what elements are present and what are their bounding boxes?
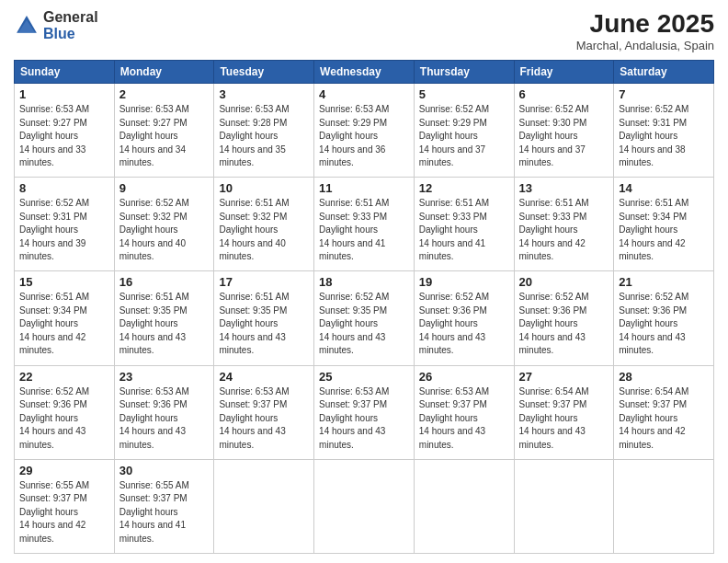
day-number: 1 — [19, 87, 109, 101]
day-cell: 2 Sunrise: 6:53 AM Sunset: 9:27 PM Dayli… — [114, 84, 214, 178]
day-info: Sunrise: 6:51 AM Sunset: 9:33 PM Dayligh… — [519, 197, 609, 264]
weekday-saturday: Saturday — [614, 61, 714, 84]
day-cell — [314, 459, 415, 553]
title-block: June 2025 Marchal, Andalusia, Spain — [576, 9, 714, 52]
day-cell: 29 Sunrise: 6:55 AM Sunset: 9:37 PM Dayl… — [15, 459, 115, 553]
weekday-monday: Monday — [114, 61, 214, 84]
day-number: 3 — [219, 87, 309, 101]
day-number: 28 — [619, 370, 709, 384]
day-info: Sunrise: 6:52 AM Sunset: 9:36 PM Dayligh… — [419, 291, 509, 358]
weekday-tuesday: Tuesday — [214, 61, 314, 84]
day-number: 22 — [19, 370, 109, 384]
day-info: Sunrise: 6:51 AM Sunset: 9:35 PM Dayligh… — [119, 291, 210, 358]
day-cell: 10 Sunrise: 6:51 AM Sunset: 9:32 PM Dayl… — [214, 178, 314, 271]
weekday-thursday: Thursday — [414, 61, 514, 84]
day-cell: 15 Sunrise: 6:51 AM Sunset: 9:34 PM Dayl… — [15, 271, 115, 365]
day-cell: 4 Sunrise: 6:53 AM Sunset: 9:29 PM Dayli… — [314, 84, 415, 178]
day-number: 27 — [519, 370, 609, 384]
day-number: 8 — [19, 181, 109, 195]
day-number: 24 — [219, 370, 309, 384]
day-cell: 18 Sunrise: 6:52 AM Sunset: 9:35 PM Dayl… — [314, 271, 415, 365]
day-info: Sunrise: 6:52 AM Sunset: 9:31 PM Dayligh… — [19, 197, 109, 264]
day-cell: 9 Sunrise: 6:52 AM Sunset: 9:32 PM Dayli… — [114, 178, 214, 271]
day-info: Sunrise: 6:53 AM Sunset: 9:37 PM Dayligh… — [419, 385, 509, 453]
day-number: 10 — [219, 181, 309, 195]
day-info: Sunrise: 6:53 AM Sunset: 9:27 PM Dayligh… — [19, 103, 109, 170]
day-cell: 13 Sunrise: 6:51 AM Sunset: 9:33 PM Dayl… — [514, 178, 614, 271]
day-info: Sunrise: 6:52 AM Sunset: 9:32 PM Dayligh… — [119, 197, 210, 264]
day-number: 14 — [619, 181, 709, 195]
header: General Blue June 2025 Marchal, Andalusi… — [14, 9, 714, 52]
day-info: Sunrise: 6:53 AM Sunset: 9:27 PM Dayligh… — [119, 103, 210, 170]
day-info: Sunrise: 6:54 AM Sunset: 9:37 PM Dayligh… — [619, 385, 709, 453]
day-number: 11 — [319, 181, 409, 195]
day-number: 12 — [419, 181, 509, 195]
day-cell — [614, 459, 714, 553]
day-number: 25 — [319, 370, 409, 384]
day-number: 15 — [19, 275, 109, 289]
day-info: Sunrise: 6:51 AM Sunset: 9:34 PM Dayligh… — [19, 291, 109, 358]
day-cell: 3 Sunrise: 6:53 AM Sunset: 9:28 PM Dayli… — [214, 84, 314, 178]
day-cell: 6 Sunrise: 6:52 AM Sunset: 9:30 PM Dayli… — [514, 84, 614, 178]
day-info: Sunrise: 6:53 AM Sunset: 9:28 PM Dayligh… — [219, 103, 309, 170]
day-cell: 20 Sunrise: 6:52 AM Sunset: 9:36 PM Dayl… — [514, 271, 614, 365]
weekday-wednesday: Wednesday — [314, 61, 415, 84]
day-cell: 14 Sunrise: 6:51 AM Sunset: 9:34 PM Dayl… — [614, 178, 714, 271]
day-number: 19 — [419, 275, 509, 289]
day-cell: 19 Sunrise: 6:52 AM Sunset: 9:36 PM Dayl… — [414, 271, 514, 365]
day-info: Sunrise: 6:54 AM Sunset: 9:37 PM Dayligh… — [519, 385, 609, 453]
week-row-3: 15 Sunrise: 6:51 AM Sunset: 9:34 PM Dayl… — [15, 271, 714, 365]
day-cell: 7 Sunrise: 6:52 AM Sunset: 9:31 PM Dayli… — [614, 84, 714, 178]
day-cell: 27 Sunrise: 6:54 AM Sunset: 9:37 PM Dayl… — [514, 365, 614, 459]
week-row-4: 22 Sunrise: 6:52 AM Sunset: 9:36 PM Dayl… — [15, 365, 714, 459]
weekday-sunday: Sunday — [15, 61, 115, 84]
day-info: Sunrise: 6:53 AM Sunset: 9:29 PM Dayligh… — [319, 103, 409, 170]
day-cell — [214, 459, 314, 553]
day-cell: 30 Sunrise: 6:55 AM Sunset: 9:37 PM Dayl… — [114, 459, 214, 553]
day-cell: 21 Sunrise: 6:52 AM Sunset: 9:36 PM Dayl… — [614, 271, 714, 365]
day-info: Sunrise: 6:52 AM Sunset: 9:35 PM Dayligh… — [319, 291, 409, 358]
day-cell: 22 Sunrise: 6:52 AM Sunset: 9:36 PM Dayl… — [15, 365, 115, 459]
day-number: 7 — [619, 87, 709, 101]
day-number: 5 — [419, 87, 509, 101]
day-number: 29 — [19, 464, 109, 477]
day-cell: 28 Sunrise: 6:54 AM Sunset: 9:37 PM Dayl… — [614, 365, 714, 459]
day-info: Sunrise: 6:51 AM Sunset: 9:33 PM Dayligh… — [419, 197, 509, 264]
day-cell: 1 Sunrise: 6:53 AM Sunset: 9:27 PM Dayli… — [15, 84, 115, 178]
location: Marchal, Andalusia, Spain — [576, 39, 714, 52]
day-number: 16 — [119, 275, 210, 289]
day-number: 26 — [419, 370, 509, 384]
day-info: Sunrise: 6:52 AM Sunset: 9:29 PM Dayligh… — [419, 103, 509, 170]
logo-text: General Blue — [43, 9, 98, 41]
day-info: Sunrise: 6:55 AM Sunset: 9:37 PM Dayligh… — [19, 479, 109, 546]
day-info: Sunrise: 6:51 AM Sunset: 9:34 PM Dayligh… — [619, 197, 709, 264]
day-number: 13 — [519, 181, 609, 195]
day-number: 6 — [519, 87, 609, 101]
day-number: 21 — [619, 275, 709, 289]
month-title: June 2025 — [576, 9, 714, 39]
day-number: 9 — [119, 181, 210, 195]
weekday-friday: Friday — [514, 61, 614, 84]
day-info: Sunrise: 6:52 AM Sunset: 9:36 PM Dayligh… — [519, 291, 609, 358]
day-cell: 23 Sunrise: 6:53 AM Sunset: 9:36 PM Dayl… — [114, 365, 214, 459]
logo-general: General — [43, 9, 98, 26]
day-number: 18 — [319, 275, 409, 289]
day-cell: 25 Sunrise: 6:53 AM Sunset: 9:37 PM Dayl… — [314, 365, 415, 459]
day-number: 17 — [219, 275, 309, 289]
week-row-2: 8 Sunrise: 6:52 AM Sunset: 9:31 PM Dayli… — [15, 178, 714, 271]
day-info: Sunrise: 6:51 AM Sunset: 9:33 PM Dayligh… — [319, 197, 409, 264]
page: General Blue June 2025 Marchal, Andalusi… — [0, 0, 728, 563]
day-info: Sunrise: 6:53 AM Sunset: 9:37 PM Dayligh… — [219, 385, 309, 453]
week-row-5: 29 Sunrise: 6:55 AM Sunset: 9:37 PM Dayl… — [15, 459, 714, 553]
day-number: 4 — [319, 87, 409, 101]
day-info: Sunrise: 6:52 AM Sunset: 9:30 PM Dayligh… — [519, 103, 609, 170]
day-info: Sunrise: 6:52 AM Sunset: 9:31 PM Dayligh… — [619, 103, 709, 170]
logo-icon — [14, 13, 40, 39]
day-cell: 11 Sunrise: 6:51 AM Sunset: 9:33 PM Dayl… — [314, 178, 415, 271]
day-info: Sunrise: 6:52 AM Sunset: 9:36 PM Dayligh… — [19, 385, 109, 453]
day-cell — [514, 459, 614, 553]
day-cell: 8 Sunrise: 6:52 AM Sunset: 9:31 PM Dayli… — [15, 178, 115, 271]
day-info: Sunrise: 6:53 AM Sunset: 9:36 PM Dayligh… — [119, 385, 210, 453]
day-cell — [414, 459, 514, 553]
day-cell: 16 Sunrise: 6:51 AM Sunset: 9:35 PM Dayl… — [114, 271, 214, 365]
